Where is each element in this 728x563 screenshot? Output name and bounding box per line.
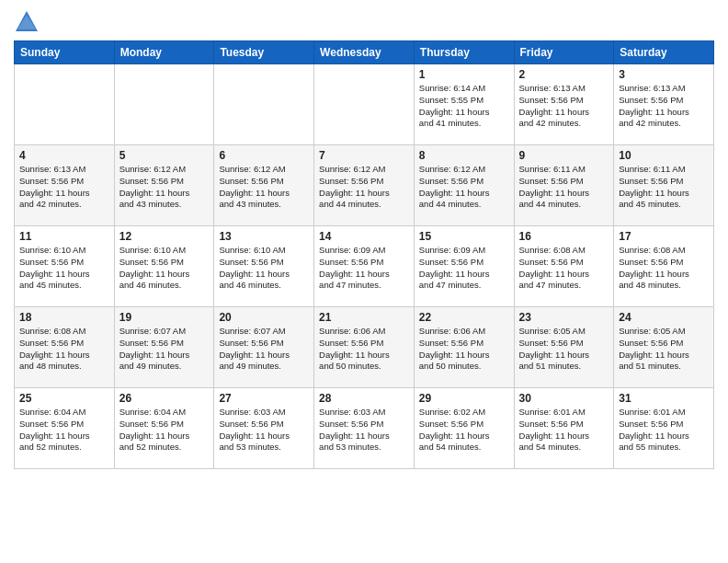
calendar-cell: 28Sunrise: 6:03 AM Sunset: 5:56 PM Dayli…: [314, 388, 415, 469]
svg-marker-1: [17, 15, 36, 29]
calendar-cell: 9Sunrise: 6:11 AM Sunset: 5:56 PM Daylig…: [514, 145, 614, 226]
calendar-cell: 12Sunrise: 6:10 AM Sunset: 5:56 PM Dayli…: [114, 226, 214, 307]
day-info: Sunrise: 6:08 AM Sunset: 5:56 PM Dayligh…: [19, 326, 109, 373]
calendar-table: SundayMondayTuesdayWednesdayThursdayFrid…: [14, 40, 714, 469]
day-number: 3: [619, 68, 709, 81]
day-info: Sunrise: 6:01 AM Sunset: 5:56 PM Dayligh…: [519, 407, 609, 454]
day-info: Sunrise: 6:12 AM Sunset: 5:56 PM Dayligh…: [319, 164, 409, 211]
day-info: Sunrise: 6:09 AM Sunset: 5:56 PM Dayligh…: [319, 245, 409, 292]
calendar-cell: 2Sunrise: 6:13 AM Sunset: 5:56 PM Daylig…: [514, 64, 614, 145]
calendar-cell: 7Sunrise: 6:12 AM Sunset: 5:56 PM Daylig…: [314, 145, 415, 226]
day-info: Sunrise: 6:04 AM Sunset: 5:56 PM Dayligh…: [119, 407, 210, 454]
day-number: 11: [19, 230, 109, 243]
col-header-thursday: Thursday: [414, 41, 514, 64]
day-number: 8: [419, 149, 509, 162]
header: [14, 9, 714, 35]
calendar-cell: [214, 64, 314, 145]
day-info: Sunrise: 6:03 AM Sunset: 5:56 PM Dayligh…: [319, 407, 409, 454]
day-number: 31: [619, 392, 709, 405]
calendar-cell: 8Sunrise: 6:12 AM Sunset: 5:56 PM Daylig…: [414, 145, 514, 226]
calendar-cell: [314, 64, 415, 145]
day-number: 19: [119, 311, 210, 324]
calendar-cell: 15Sunrise: 6:09 AM Sunset: 5:56 PM Dayli…: [414, 226, 514, 307]
calendar-cell: 16Sunrise: 6:08 AM Sunset: 5:56 PM Dayli…: [514, 226, 614, 307]
day-number: 5: [119, 149, 210, 162]
day-info: Sunrise: 6:03 AM Sunset: 5:56 PM Dayligh…: [219, 407, 309, 454]
day-info: Sunrise: 6:10 AM Sunset: 5:56 PM Dayligh…: [119, 245, 210, 292]
logo-icon: [14, 9, 40, 35]
day-number: 22: [419, 311, 509, 324]
calendar-header-row: SundayMondayTuesdayWednesdayThursdayFrid…: [15, 41, 714, 64]
day-info: Sunrise: 6:04 AM Sunset: 5:56 PM Dayligh…: [19, 407, 109, 454]
calendar-cell: 19Sunrise: 6:07 AM Sunset: 5:56 PM Dayli…: [114, 307, 214, 388]
calendar-week-0: 1Sunrise: 6:14 AM Sunset: 5:55 PM Daylig…: [15, 64, 714, 145]
day-number: 6: [219, 149, 309, 162]
day-number: 29: [419, 392, 509, 405]
day-number: 13: [219, 230, 309, 243]
day-info: Sunrise: 6:12 AM Sunset: 5:56 PM Dayligh…: [419, 164, 509, 211]
calendar-cell: 11Sunrise: 6:10 AM Sunset: 5:56 PM Dayli…: [15, 226, 115, 307]
day-info: Sunrise: 6:10 AM Sunset: 5:56 PM Dayligh…: [219, 245, 309, 292]
day-number: 12: [119, 230, 210, 243]
col-header-saturday: Saturday: [614, 41, 714, 64]
day-number: 2: [519, 68, 609, 81]
day-info: Sunrise: 6:05 AM Sunset: 5:56 PM Dayligh…: [519, 326, 609, 373]
day-number: 15: [419, 230, 509, 243]
day-info: Sunrise: 6:10 AM Sunset: 5:56 PM Dayligh…: [19, 245, 109, 292]
calendar-week-3: 18Sunrise: 6:08 AM Sunset: 5:56 PM Dayli…: [15, 307, 714, 388]
day-number: 25: [19, 392, 109, 405]
calendar-cell: 10Sunrise: 6:11 AM Sunset: 5:56 PM Dayli…: [614, 145, 714, 226]
logo: [14, 9, 43, 35]
calendar-cell: 5Sunrise: 6:12 AM Sunset: 5:56 PM Daylig…: [114, 145, 214, 226]
calendar-week-4: 25Sunrise: 6:04 AM Sunset: 5:56 PM Dayli…: [15, 388, 714, 469]
calendar-cell: 14Sunrise: 6:09 AM Sunset: 5:56 PM Dayli…: [314, 226, 415, 307]
day-number: 1: [419, 68, 509, 81]
day-number: 9: [519, 149, 609, 162]
calendar-cell: 1Sunrise: 6:14 AM Sunset: 5:55 PM Daylig…: [414, 64, 514, 145]
col-header-sunday: Sunday: [15, 41, 115, 64]
calendar-cell: 17Sunrise: 6:08 AM Sunset: 5:56 PM Dayli…: [614, 226, 714, 307]
col-header-wednesday: Wednesday: [314, 41, 415, 64]
calendar-cell: 27Sunrise: 6:03 AM Sunset: 5:56 PM Dayli…: [214, 388, 314, 469]
calendar-cell: 22Sunrise: 6:06 AM Sunset: 5:56 PM Dayli…: [414, 307, 514, 388]
day-info: Sunrise: 6:02 AM Sunset: 5:56 PM Dayligh…: [419, 407, 509, 454]
day-number: 16: [519, 230, 609, 243]
day-number: 18: [19, 311, 109, 324]
col-header-friday: Friday: [514, 41, 614, 64]
col-header-monday: Monday: [114, 41, 214, 64]
day-info: Sunrise: 6:06 AM Sunset: 5:56 PM Dayligh…: [419, 326, 509, 373]
day-info: Sunrise: 6:01 AM Sunset: 5:56 PM Dayligh…: [619, 407, 709, 454]
col-header-tuesday: Tuesday: [214, 41, 314, 64]
day-info: Sunrise: 6:08 AM Sunset: 5:56 PM Dayligh…: [619, 245, 709, 292]
day-info: Sunrise: 6:12 AM Sunset: 5:56 PM Dayligh…: [119, 164, 210, 211]
day-info: Sunrise: 6:07 AM Sunset: 5:56 PM Dayligh…: [119, 326, 210, 373]
day-number: 24: [619, 311, 709, 324]
calendar-cell: 3Sunrise: 6:13 AM Sunset: 5:56 PM Daylig…: [614, 64, 714, 145]
day-number: 21: [319, 311, 409, 324]
calendar-cell: 23Sunrise: 6:05 AM Sunset: 5:56 PM Dayli…: [514, 307, 614, 388]
day-number: 20: [219, 311, 309, 324]
calendar-cell: 29Sunrise: 6:02 AM Sunset: 5:56 PM Dayli…: [414, 388, 514, 469]
day-number: 26: [119, 392, 210, 405]
day-number: 27: [219, 392, 309, 405]
calendar-cell: 26Sunrise: 6:04 AM Sunset: 5:56 PM Dayli…: [114, 388, 214, 469]
calendar-week-2: 11Sunrise: 6:10 AM Sunset: 5:56 PM Dayli…: [15, 226, 714, 307]
calendar-cell: 30Sunrise: 6:01 AM Sunset: 5:56 PM Dayli…: [514, 388, 614, 469]
day-info: Sunrise: 6:13 AM Sunset: 5:56 PM Dayligh…: [19, 164, 109, 211]
calendar-cell: 4Sunrise: 6:13 AM Sunset: 5:56 PM Daylig…: [15, 145, 115, 226]
calendar-cell: [15, 64, 115, 145]
day-info: Sunrise: 6:06 AM Sunset: 5:56 PM Dayligh…: [319, 326, 409, 373]
day-info: Sunrise: 6:05 AM Sunset: 5:56 PM Dayligh…: [619, 326, 709, 373]
day-info: Sunrise: 6:07 AM Sunset: 5:56 PM Dayligh…: [219, 326, 309, 373]
calendar-cell: 6Sunrise: 6:12 AM Sunset: 5:56 PM Daylig…: [214, 145, 314, 226]
calendar-cell: 18Sunrise: 6:08 AM Sunset: 5:56 PM Dayli…: [15, 307, 115, 388]
day-number: 10: [619, 149, 709, 162]
day-number: 14: [319, 230, 409, 243]
calendar-week-1: 4Sunrise: 6:13 AM Sunset: 5:56 PM Daylig…: [15, 145, 714, 226]
calendar-cell: 24Sunrise: 6:05 AM Sunset: 5:56 PM Dayli…: [614, 307, 714, 388]
calendar-cell: 31Sunrise: 6:01 AM Sunset: 5:56 PM Dayli…: [614, 388, 714, 469]
calendar-cell: 20Sunrise: 6:07 AM Sunset: 5:56 PM Dayli…: [214, 307, 314, 388]
day-info: Sunrise: 6:11 AM Sunset: 5:56 PM Dayligh…: [519, 164, 609, 211]
calendar-cell: [114, 64, 214, 145]
day-number: 17: [619, 230, 709, 243]
